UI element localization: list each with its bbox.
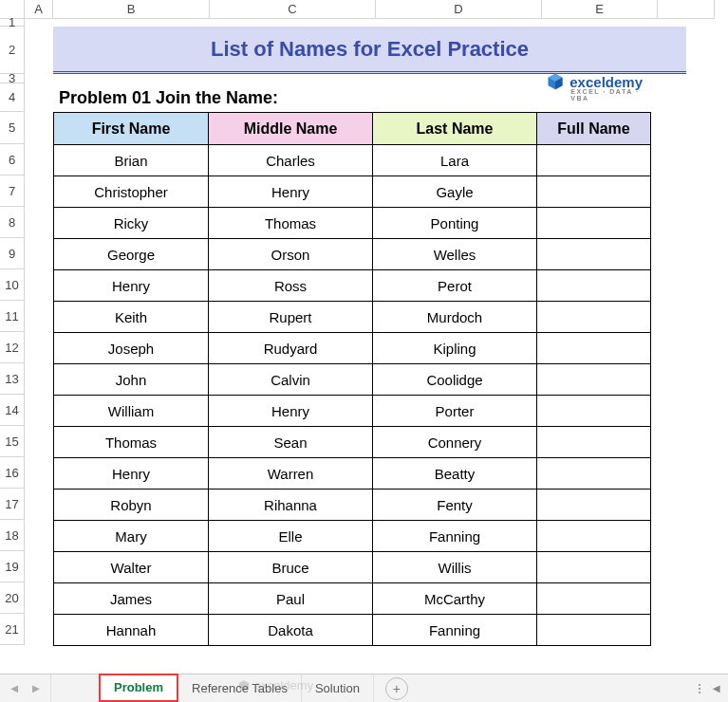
cell-last[interactable]: Kipling (373, 333, 537, 364)
cell-first[interactable]: Hannah (54, 615, 209, 646)
cell-last[interactable]: Perot (373, 270, 537, 302)
cell-middle[interactable]: Sean (209, 427, 373, 458)
worksheet-area[interactable]: List of Names for Excel Practice Problem… (25, 19, 686, 646)
th-full-name[interactable]: Full Name (537, 113, 651, 145)
cell-middle[interactable]: Ross (209, 270, 373, 302)
cell-full[interactable] (537, 145, 651, 176)
cell-first[interactable]: Robyn (54, 490, 209, 521)
cell-first[interactable]: George (54, 239, 209, 270)
th-last-name[interactable]: Last Name (373, 113, 537, 145)
col-header-C[interactable]: C (210, 0, 376, 19)
cell-full[interactable] (537, 270, 651, 302)
cell-last[interactable]: McCarthy (373, 583, 537, 615)
cell-first[interactable]: Keith (54, 302, 209, 333)
cell-last[interactable]: Beatty (373, 458, 537, 490)
tab-next-icon[interactable]: ► (30, 681, 43, 695)
cell-last[interactable]: Fenty (373, 490, 537, 521)
cell-middle[interactable]: Rudyard (209, 333, 373, 364)
cell-full[interactable] (537, 176, 651, 208)
cell-last[interactable]: Ponting (373, 208, 537, 239)
cell-first[interactable]: Ricky (54, 208, 209, 239)
tab-prev-icon[interactable]: ◄ (9, 681, 21, 695)
cell-full[interactable] (537, 333, 651, 364)
cell-middle[interactable]: Elle (209, 521, 373, 552)
scroll-left-icon[interactable]: ◄ (710, 681, 722, 695)
row-header-17[interactable]: 17 (0, 489, 25, 520)
cell-full[interactable] (537, 458, 651, 490)
row-header-16[interactable]: 16 (0, 457, 25, 489)
cell-full[interactable] (537, 396, 651, 427)
cell-full[interactable] (537, 427, 651, 458)
row-header-21[interactable]: 21 (0, 614, 25, 645)
cell-full[interactable] (537, 208, 651, 239)
cell-first[interactable]: John (54, 364, 209, 396)
col-header-F[interactable] (658, 0, 715, 19)
cell-last[interactable]: Willis (373, 552, 537, 583)
row-header-12[interactable]: 12 (0, 332, 25, 363)
cell-middle[interactable]: Orson (209, 239, 373, 270)
row-header-9[interactable]: 9 (0, 238, 25, 269)
row-header-18[interactable]: 18 (0, 520, 25, 551)
cell-last[interactable]: Gayle (373, 176, 537, 208)
cell-full[interactable] (537, 239, 651, 270)
cell-first[interactable]: Walter (54, 552, 209, 583)
cell-last[interactable]: Fanning (373, 521, 537, 552)
cell-last[interactable]: Porter (373, 396, 537, 427)
col-header-B[interactable]: B (53, 0, 210, 19)
cell-middle[interactable]: Paul (209, 583, 373, 615)
cell-first[interactable]: William (54, 396, 209, 427)
row-header-1[interactable]: 1 (0, 19, 25, 27)
row-header-14[interactable]: 14 (0, 395, 25, 426)
cell-full[interactable] (537, 615, 651, 646)
cell-first[interactable]: James (54, 583, 209, 615)
cell-middle[interactable]: Henry (209, 396, 373, 427)
row-header-19[interactable]: 19 (0, 551, 25, 582)
row-header-7[interactable]: 7 (0, 176, 25, 207)
cell-last[interactable]: Connery (373, 427, 537, 458)
cell-full[interactable] (537, 521, 651, 552)
row-header-3[interactable]: 3 (0, 74, 25, 83)
row-header-5[interactable]: 5 (0, 112, 25, 144)
cell-first[interactable]: Henry (54, 270, 209, 302)
th-first-name[interactable]: First Name (54, 113, 209, 145)
cell-full[interactable] (537, 552, 651, 583)
cell-first[interactable]: Thomas (54, 427, 209, 458)
cell-first[interactable]: Brian (54, 145, 209, 176)
tab-problem[interactable]: Problem (99, 674, 178, 702)
add-sheet-button[interactable]: + (385, 677, 408, 700)
cell-last[interactable]: Fanning (373, 615, 537, 646)
row-header-2[interactable]: 2 (0, 27, 25, 74)
row-header-8[interactable]: 8 (0, 207, 25, 238)
cell-middle[interactable]: Bruce (209, 552, 373, 583)
cell-first[interactable]: Joseph (54, 333, 209, 364)
cell-last[interactable]: Welles (373, 239, 537, 270)
col-header-A[interactable]: A (25, 0, 53, 19)
cell-last[interactable]: Lara (373, 145, 537, 176)
cell-last[interactable]: Murdoch (373, 302, 537, 333)
row-header-6[interactable]: 6 (0, 144, 25, 176)
col-header-E[interactable]: E (542, 0, 658, 19)
cell-middle[interactable]: Henry (209, 176, 373, 208)
th-middle-name[interactable]: Middle Name (209, 113, 373, 145)
tab-solution[interactable]: Solution (302, 674, 374, 703)
tab-reference-tables[interactable]: Reference Tables (178, 674, 302, 703)
row-header-13[interactable]: 13 (0, 363, 25, 395)
vertical-dots-icon[interactable] (699, 684, 700, 693)
row-header-20[interactable]: 20 (0, 582, 25, 614)
cell-middle[interactable]: Rupert (209, 302, 373, 333)
cell-full[interactable] (537, 302, 651, 333)
row-header-11[interactable]: 11 (0, 301, 25, 332)
row-header-10[interactable]: 10 (0, 269, 25, 301)
cell-middle[interactable]: Dakota (209, 615, 373, 646)
row-header-4[interactable]: 4 (0, 83, 25, 112)
row-header-15[interactable]: 15 (0, 426, 25, 457)
cell-full[interactable] (537, 583, 651, 615)
cell-full[interactable] (537, 364, 651, 396)
cell-first[interactable]: Henry (54, 458, 209, 490)
cell-full[interactable] (537, 490, 651, 521)
cell-last[interactable]: Coolidge (373, 364, 537, 396)
cell-middle[interactable]: Thomas (209, 208, 373, 239)
cell-first[interactable]: Christopher (54, 176, 209, 208)
cell-middle[interactable]: Warren (209, 458, 373, 490)
cell-middle[interactable]: Rihanna (209, 490, 373, 521)
